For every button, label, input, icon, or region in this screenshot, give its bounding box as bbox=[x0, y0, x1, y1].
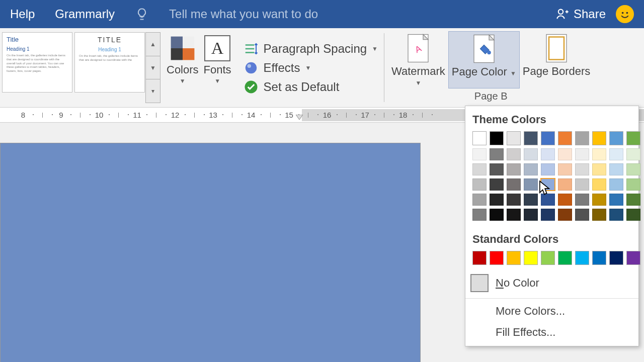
theme-shade-swatch[interactable] bbox=[592, 194, 606, 206]
ruler-indent-marker[interactable] bbox=[296, 115, 303, 120]
theme-shade-swatch[interactable] bbox=[507, 148, 521, 160]
theme-color-swatch[interactable] bbox=[609, 131, 623, 145]
effects-button[interactable]: Effects▼ bbox=[244, 60, 378, 75]
theme-shade-swatch[interactable] bbox=[472, 194, 487, 206]
theme-shade-swatch[interactable] bbox=[609, 209, 623, 221]
theme-shade-swatch[interactable] bbox=[472, 148, 487, 160]
share-button[interactable]: Share bbox=[555, 7, 606, 21]
theme-shade-swatch[interactable] bbox=[490, 194, 504, 206]
paragraph-spacing-button[interactable]: Paragraph Spacing▼ bbox=[244, 41, 378, 56]
theme-shade-swatch[interactable] bbox=[524, 178, 538, 191]
fill-effects-item[interactable]: Fill Effects... bbox=[465, 322, 638, 343]
theme-shade-swatch[interactable] bbox=[507, 209, 521, 221]
chevron-down-icon: ▼ bbox=[415, 79, 421, 86]
page-color-button[interactable]: Page Color ▼ bbox=[448, 31, 520, 88]
svg-point-8 bbox=[245, 62, 257, 73]
standard-color-swatch[interactable] bbox=[524, 251, 538, 265]
theme-color-swatch[interactable] bbox=[592, 131, 606, 145]
theme-shade-swatch[interactable] bbox=[507, 194, 521, 206]
set-as-default-button[interactable]: Set as Default bbox=[244, 79, 378, 95]
theme-shade-swatch[interactable] bbox=[558, 178, 572, 191]
theme-shade-swatch[interactable] bbox=[541, 209, 555, 221]
theme-shade-swatch[interactable] bbox=[490, 209, 504, 221]
theme-color-swatch[interactable] bbox=[490, 131, 504, 145]
theme-shade-swatch[interactable] bbox=[609, 148, 623, 160]
theme-shade-swatch[interactable] bbox=[592, 163, 606, 175]
help-tab[interactable]: Help bbox=[10, 7, 35, 21]
theme-shade-swatch[interactable] bbox=[507, 163, 521, 175]
theme-shade-swatch[interactable] bbox=[575, 163, 589, 175]
theme-shade-swatch[interactable] bbox=[609, 178, 623, 191]
colors-button[interactable]: Colors ▼ bbox=[167, 32, 199, 103]
theme-shade-swatch[interactable] bbox=[524, 148, 538, 160]
theme-color-swatch[interactable] bbox=[558, 131, 572, 145]
theme-shade-swatch[interactable] bbox=[592, 178, 606, 191]
style-set-card[interactable]: Title Heading 1 On the Insert tab, the g… bbox=[2, 32, 72, 93]
theme-shade-swatch[interactable] bbox=[592, 209, 606, 221]
gallery-down-button[interactable]: ▼ bbox=[145, 56, 160, 79]
fonts-button[interactable]: A Fonts ▼ bbox=[204, 32, 231, 103]
standard-color-swatch[interactable] bbox=[575, 251, 589, 265]
standard-color-swatch[interactable] bbox=[472, 251, 487, 265]
theme-shade-swatch[interactable] bbox=[626, 178, 640, 191]
theme-shade-swatch[interactable] bbox=[592, 148, 606, 160]
grammarly-tab[interactable]: Grammarly bbox=[55, 7, 115, 21]
standard-color-swatch[interactable] bbox=[541, 251, 555, 265]
theme-shade-swatch[interactable] bbox=[541, 178, 555, 191]
ruler-number: 17 bbox=[361, 111, 369, 119]
no-color-item[interactable]: No Color bbox=[465, 270, 638, 296]
standard-color-swatch[interactable] bbox=[626, 251, 640, 265]
theme-color-swatch[interactable] bbox=[626, 131, 640, 145]
theme-shade-swatch[interactable] bbox=[472, 209, 487, 221]
theme-shade-swatch[interactable] bbox=[490, 163, 504, 175]
theme-shade-swatch[interactable] bbox=[626, 209, 640, 221]
theme-shade-swatch[interactable] bbox=[472, 163, 487, 175]
theme-shade-swatch[interactable] bbox=[472, 178, 487, 191]
theme-shade-swatch[interactable] bbox=[575, 209, 589, 221]
watermark-button[interactable]: A Watermark ▼ bbox=[388, 31, 448, 88]
theme-shade-swatch[interactable] bbox=[507, 178, 521, 191]
theme-shade-swatch[interactable] bbox=[609, 163, 623, 175]
theme-color-swatch[interactable] bbox=[507, 131, 521, 145]
theme-shade-swatch[interactable] bbox=[575, 194, 589, 206]
theme-shade-swatch[interactable] bbox=[626, 148, 640, 160]
document-page[interactable] bbox=[0, 143, 421, 362]
more-colors-item[interactable]: More Colors... bbox=[465, 301, 638, 322]
theme-shade-swatch[interactable] bbox=[575, 148, 589, 160]
gallery-up-button[interactable]: ▲ bbox=[145, 32, 160, 56]
paragraph-spacing-icon bbox=[244, 41, 259, 56]
theme-shade-swatch[interactable] bbox=[524, 209, 538, 221]
theme-shade-swatch[interactable] bbox=[609, 194, 623, 206]
theme-shade-swatch[interactable] bbox=[490, 178, 504, 191]
theme-shade-swatch[interactable] bbox=[541, 163, 555, 175]
page-color-dropdown: Theme Colors Standard Colors No Color Mo… bbox=[465, 106, 639, 346]
standard-color-swatch[interactable] bbox=[609, 251, 623, 265]
standard-color-swatch[interactable] bbox=[507, 251, 521, 265]
style-set-card[interactable]: TITLE Heading 1 On the Insert tab, the g… bbox=[74, 32, 145, 93]
tell-me-search[interactable]: Tell me what you want to do bbox=[169, 7, 318, 21]
standard-color-swatch[interactable] bbox=[490, 251, 504, 265]
theme-shade-swatch[interactable] bbox=[626, 194, 640, 206]
theme-colors-header: Theme Colors bbox=[465, 106, 638, 131]
theme-shade-swatch[interactable] bbox=[490, 148, 504, 160]
theme-shade-swatch[interactable] bbox=[541, 148, 555, 160]
standard-color-swatch[interactable] bbox=[558, 251, 572, 265]
smiley-icon[interactable] bbox=[616, 5, 634, 23]
theme-shade-swatch[interactable] bbox=[524, 194, 538, 206]
theme-shade-swatch[interactable] bbox=[558, 209, 572, 221]
standard-color-swatch[interactable] bbox=[592, 251, 606, 265]
page-borders-button[interactable]: Page Borders bbox=[520, 31, 594, 88]
theme-color-swatch[interactable] bbox=[472, 131, 487, 145]
theme-shade-swatch[interactable] bbox=[558, 163, 572, 175]
theme-color-swatch[interactable] bbox=[524, 131, 538, 145]
theme-color-swatch[interactable] bbox=[575, 131, 589, 145]
svg-point-3 bbox=[626, 12, 628, 14]
theme-shade-swatch[interactable] bbox=[558, 194, 572, 206]
theme-shade-swatch[interactable] bbox=[524, 163, 538, 175]
gallery-more-button[interactable]: ▾ bbox=[145, 79, 160, 103]
theme-shade-swatch[interactable] bbox=[575, 178, 589, 191]
theme-shade-swatch[interactable] bbox=[541, 194, 555, 206]
theme-shade-swatch[interactable] bbox=[626, 163, 640, 175]
theme-shade-swatch[interactable] bbox=[558, 148, 572, 160]
theme-color-swatch[interactable] bbox=[541, 131, 555, 145]
